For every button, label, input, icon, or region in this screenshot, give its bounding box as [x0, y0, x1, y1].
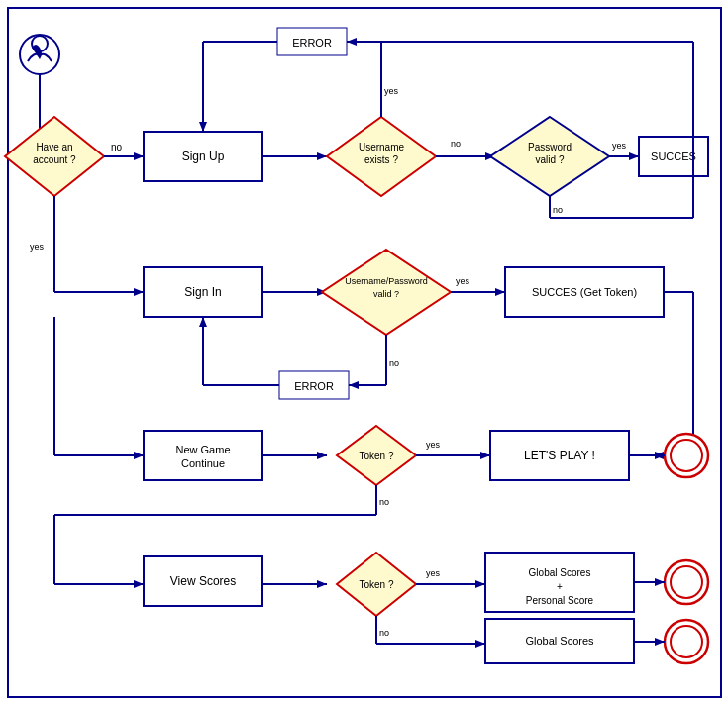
svg-text:no: no — [553, 205, 563, 215]
svg-text:no: no — [451, 139, 461, 149]
svg-text:New Game: New Game — [175, 444, 230, 455]
svg-text:View Scores: View Scores — [170, 574, 236, 588]
svg-text:Global Scores: Global Scores — [529, 567, 591, 578]
svg-text:ERROR: ERROR — [294, 380, 334, 392]
svg-text:yes: yes — [426, 568, 441, 578]
svg-text:Token ?: Token ? — [359, 579, 393, 590]
svg-text:Sign In: Sign In — [184, 285, 221, 299]
svg-text:ERROR: ERROR — [292, 37, 332, 49]
svg-text:yes: yes — [426, 440, 441, 450]
svg-text:SUCCES: SUCCES — [651, 151, 696, 162]
svg-text:yes: yes — [384, 86, 399, 96]
svg-text:no: no — [389, 358, 399, 368]
svg-text:Username: Username — [359, 142, 405, 152]
svg-text:Personal Score: Personal Score — [526, 595, 594, 606]
svg-text:yes: yes — [456, 276, 470, 286]
svg-text:Have an: Have an — [36, 142, 72, 152]
svg-text:LET'S PLAY !: LET'S PLAY ! — [524, 449, 595, 462]
svg-text:Username/Password: Username/Password — [345, 276, 428, 286]
svg-text:Token ?: Token ? — [359, 451, 393, 461]
svg-text:+: + — [557, 581, 563, 592]
svg-text:no: no — [111, 142, 123, 152]
svg-text:no: no — [379, 628, 389, 638]
svg-text:Global Scores: Global Scores — [525, 635, 594, 647]
svg-text:no: no — [379, 497, 389, 507]
svg-text:Sign Up: Sign Up — [182, 150, 225, 163]
svg-rect-76 — [144, 431, 262, 480]
flowchart: Have an account ? no Sign Up Username ex… — [0, 0, 728, 705]
svg-text:yes: yes — [612, 141, 627, 151]
svg-text:account ?: account ? — [33, 154, 76, 165]
svg-text:valid ?: valid ? — [373, 289, 399, 299]
svg-text:valid ?: valid ? — [536, 154, 565, 165]
svg-text:Password: Password — [528, 142, 572, 152]
svg-text:Continue: Continue — [181, 457, 225, 469]
svg-text:exists ?: exists ? — [364, 154, 398, 165]
svg-text:yes: yes — [30, 242, 45, 252]
svg-text:SUCCES (Get Token): SUCCES (Get Token) — [532, 286, 637, 298]
